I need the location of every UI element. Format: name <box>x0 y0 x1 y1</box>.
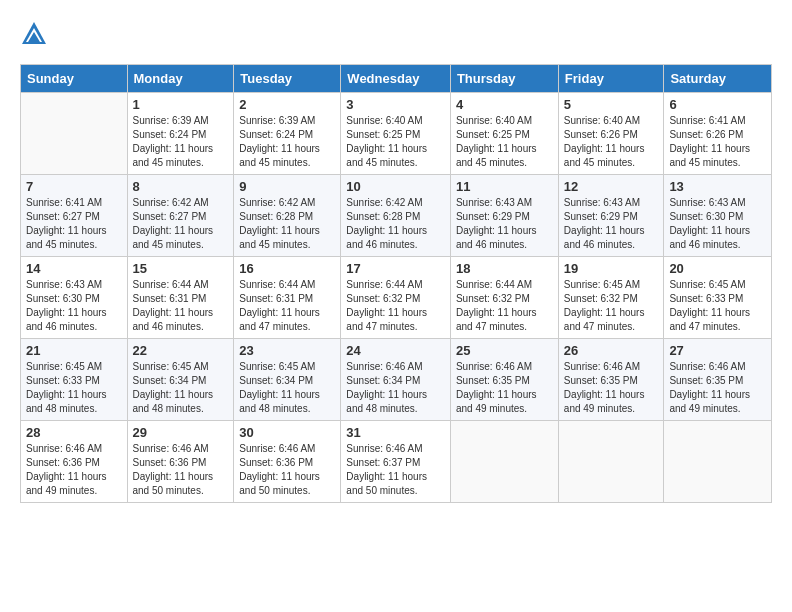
weekday-header-row: SundayMondayTuesdayWednesdayThursdayFrid… <box>21 65 772 93</box>
calendar-cell <box>21 93 128 175</box>
day-number: 22 <box>133 343 229 358</box>
calendar-cell: 1Sunrise: 6:39 AM Sunset: 6:24 PM Daylig… <box>127 93 234 175</box>
day-number: 30 <box>239 425 335 440</box>
day-info: Sunrise: 6:45 AM Sunset: 6:33 PM Dayligh… <box>669 278 766 334</box>
day-info: Sunrise: 6:43 AM Sunset: 6:29 PM Dayligh… <box>456 196 553 252</box>
calendar-cell: 28Sunrise: 6:46 AM Sunset: 6:36 PM Dayli… <box>21 421 128 503</box>
day-info: Sunrise: 6:40 AM Sunset: 6:25 PM Dayligh… <box>456 114 553 170</box>
day-number: 16 <box>239 261 335 276</box>
day-info: Sunrise: 6:46 AM Sunset: 6:34 PM Dayligh… <box>346 360 445 416</box>
calendar-week-row: 21Sunrise: 6:45 AM Sunset: 6:33 PM Dayli… <box>21 339 772 421</box>
day-info: Sunrise: 6:43 AM Sunset: 6:30 PM Dayligh… <box>669 196 766 252</box>
day-info: Sunrise: 6:44 AM Sunset: 6:31 PM Dayligh… <box>133 278 229 334</box>
calendar-cell: 12Sunrise: 6:43 AM Sunset: 6:29 PM Dayli… <box>558 175 664 257</box>
calendar-cell: 14Sunrise: 6:43 AM Sunset: 6:30 PM Dayli… <box>21 257 128 339</box>
day-number: 5 <box>564 97 659 112</box>
calendar-cell: 31Sunrise: 6:46 AM Sunset: 6:37 PM Dayli… <box>341 421 451 503</box>
day-number: 24 <box>346 343 445 358</box>
calendar-cell: 22Sunrise: 6:45 AM Sunset: 6:34 PM Dayli… <box>127 339 234 421</box>
day-info: Sunrise: 6:46 AM Sunset: 6:36 PM Dayligh… <box>26 442 122 498</box>
calendar-cell: 30Sunrise: 6:46 AM Sunset: 6:36 PM Dayli… <box>234 421 341 503</box>
calendar-cell: 9Sunrise: 6:42 AM Sunset: 6:28 PM Daylig… <box>234 175 341 257</box>
day-info: Sunrise: 6:46 AM Sunset: 6:37 PM Dayligh… <box>346 442 445 498</box>
day-info: Sunrise: 6:42 AM Sunset: 6:27 PM Dayligh… <box>133 196 229 252</box>
day-number: 6 <box>669 97 766 112</box>
day-info: Sunrise: 6:41 AM Sunset: 6:27 PM Dayligh… <box>26 196 122 252</box>
day-number: 28 <box>26 425 122 440</box>
calendar-cell: 23Sunrise: 6:45 AM Sunset: 6:34 PM Dayli… <box>234 339 341 421</box>
day-info: Sunrise: 6:41 AM Sunset: 6:26 PM Dayligh… <box>669 114 766 170</box>
day-info: Sunrise: 6:42 AM Sunset: 6:28 PM Dayligh… <box>239 196 335 252</box>
calendar-cell: 18Sunrise: 6:44 AM Sunset: 6:32 PM Dayli… <box>450 257 558 339</box>
day-number: 3 <box>346 97 445 112</box>
calendar-cell: 24Sunrise: 6:46 AM Sunset: 6:34 PM Dayli… <box>341 339 451 421</box>
weekday-header: Saturday <box>664 65 772 93</box>
calendar-cell: 5Sunrise: 6:40 AM Sunset: 6:26 PM Daylig… <box>558 93 664 175</box>
calendar-cell: 17Sunrise: 6:44 AM Sunset: 6:32 PM Dayli… <box>341 257 451 339</box>
day-info: Sunrise: 6:46 AM Sunset: 6:35 PM Dayligh… <box>564 360 659 416</box>
calendar-cell <box>450 421 558 503</box>
day-number: 15 <box>133 261 229 276</box>
calendar-week-row: 14Sunrise: 6:43 AM Sunset: 6:30 PM Dayli… <box>21 257 772 339</box>
day-info: Sunrise: 6:44 AM Sunset: 6:32 PM Dayligh… <box>456 278 553 334</box>
day-number: 10 <box>346 179 445 194</box>
day-number: 1 <box>133 97 229 112</box>
calendar-cell: 8Sunrise: 6:42 AM Sunset: 6:27 PM Daylig… <box>127 175 234 257</box>
day-info: Sunrise: 6:44 AM Sunset: 6:31 PM Dayligh… <box>239 278 335 334</box>
page-header <box>20 20 772 48</box>
calendar-cell: 4Sunrise: 6:40 AM Sunset: 6:25 PM Daylig… <box>450 93 558 175</box>
day-number: 20 <box>669 261 766 276</box>
calendar-cell: 11Sunrise: 6:43 AM Sunset: 6:29 PM Dayli… <box>450 175 558 257</box>
calendar-cell: 26Sunrise: 6:46 AM Sunset: 6:35 PM Dayli… <box>558 339 664 421</box>
day-info: Sunrise: 6:46 AM Sunset: 6:35 PM Dayligh… <box>456 360 553 416</box>
day-number: 13 <box>669 179 766 194</box>
calendar-week-row: 1Sunrise: 6:39 AM Sunset: 6:24 PM Daylig… <box>21 93 772 175</box>
day-number: 29 <box>133 425 229 440</box>
calendar-cell: 3Sunrise: 6:40 AM Sunset: 6:25 PM Daylig… <box>341 93 451 175</box>
day-number: 12 <box>564 179 659 194</box>
calendar-cell: 16Sunrise: 6:44 AM Sunset: 6:31 PM Dayli… <box>234 257 341 339</box>
day-number: 4 <box>456 97 553 112</box>
day-info: Sunrise: 6:43 AM Sunset: 6:30 PM Dayligh… <box>26 278 122 334</box>
day-number: 31 <box>346 425 445 440</box>
calendar-cell: 10Sunrise: 6:42 AM Sunset: 6:28 PM Dayli… <box>341 175 451 257</box>
calendar-cell: 29Sunrise: 6:46 AM Sunset: 6:36 PM Dayli… <box>127 421 234 503</box>
calendar-cell: 27Sunrise: 6:46 AM Sunset: 6:35 PM Dayli… <box>664 339 772 421</box>
day-info: Sunrise: 6:39 AM Sunset: 6:24 PM Dayligh… <box>133 114 229 170</box>
day-number: 19 <box>564 261 659 276</box>
weekday-header: Tuesday <box>234 65 341 93</box>
calendar-cell <box>558 421 664 503</box>
day-info: Sunrise: 6:44 AM Sunset: 6:32 PM Dayligh… <box>346 278 445 334</box>
calendar-table: SundayMondayTuesdayWednesdayThursdayFrid… <box>20 64 772 503</box>
weekday-header: Thursday <box>450 65 558 93</box>
day-info: Sunrise: 6:43 AM Sunset: 6:29 PM Dayligh… <box>564 196 659 252</box>
day-number: 9 <box>239 179 335 194</box>
calendar-week-row: 28Sunrise: 6:46 AM Sunset: 6:36 PM Dayli… <box>21 421 772 503</box>
weekday-header: Monday <box>127 65 234 93</box>
day-info: Sunrise: 6:42 AM Sunset: 6:28 PM Dayligh… <box>346 196 445 252</box>
day-info: Sunrise: 6:46 AM Sunset: 6:36 PM Dayligh… <box>133 442 229 498</box>
day-number: 21 <box>26 343 122 358</box>
day-number: 14 <box>26 261 122 276</box>
day-number: 2 <box>239 97 335 112</box>
weekday-header: Friday <box>558 65 664 93</box>
day-number: 27 <box>669 343 766 358</box>
day-info: Sunrise: 6:46 AM Sunset: 6:35 PM Dayligh… <box>669 360 766 416</box>
weekday-header: Wednesday <box>341 65 451 93</box>
calendar-cell: 7Sunrise: 6:41 AM Sunset: 6:27 PM Daylig… <box>21 175 128 257</box>
day-number: 17 <box>346 261 445 276</box>
calendar-cell: 19Sunrise: 6:45 AM Sunset: 6:32 PM Dayli… <box>558 257 664 339</box>
calendar-cell: 2Sunrise: 6:39 AM Sunset: 6:24 PM Daylig… <box>234 93 341 175</box>
day-info: Sunrise: 6:46 AM Sunset: 6:36 PM Dayligh… <box>239 442 335 498</box>
calendar-week-row: 7Sunrise: 6:41 AM Sunset: 6:27 PM Daylig… <box>21 175 772 257</box>
day-number: 7 <box>26 179 122 194</box>
logo-icon <box>20 20 48 48</box>
day-info: Sunrise: 6:40 AM Sunset: 6:26 PM Dayligh… <box>564 114 659 170</box>
day-number: 26 <box>564 343 659 358</box>
calendar-cell: 20Sunrise: 6:45 AM Sunset: 6:33 PM Dayli… <box>664 257 772 339</box>
weekday-header: Sunday <box>21 65 128 93</box>
calendar-cell: 15Sunrise: 6:44 AM Sunset: 6:31 PM Dayli… <box>127 257 234 339</box>
day-info: Sunrise: 6:40 AM Sunset: 6:25 PM Dayligh… <box>346 114 445 170</box>
calendar-cell <box>664 421 772 503</box>
day-number: 25 <box>456 343 553 358</box>
